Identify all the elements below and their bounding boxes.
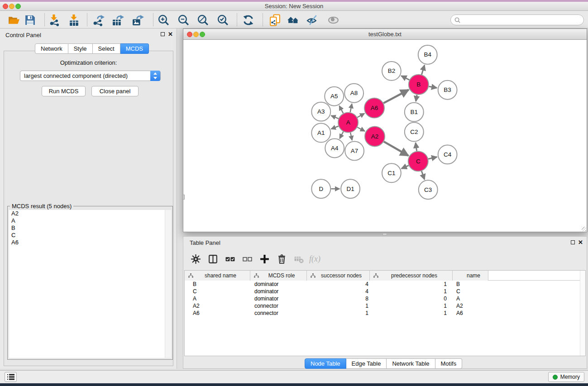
close-panel-button-mcds[interactable]: Close panel [91,86,139,96]
close-button[interactable] [3,4,8,9]
task-history-button[interactable] [5,372,17,382]
table-row-a[interactable]: Adominator80A [185,295,585,302]
column-header-successor-nodes[interactable]: successor nodes [307,271,370,281]
graph-edge-A-A3[interactable] [331,116,339,119]
close-panel-button[interactable]: ✕ [168,31,173,38]
float-panel-button[interactable] [571,240,575,244]
graph-edge-C-C4[interactable] [428,157,437,159]
close-panel-button[interactable]: ✕ [578,239,583,246]
column-header-predecessor-nodes[interactable]: predecessor nodes [370,271,453,281]
tab-select[interactable]: Select [93,43,120,54]
network-graph[interactable]: AA1A2A3A4A5A6A7A8BB1B2B3B4CC1C2C3C4DD1 [183,40,587,232]
toggle-panel-layout-button[interactable] [204,251,221,267]
tab-node-table[interactable]: Node Table [305,358,346,369]
graph-edge-A-A6[interactable] [357,114,364,118]
graph-edge-A-A7[interactable] [350,133,352,140]
control-panel: Control Panel ✕ NetworkStyleSelectMCDS O… [0,29,177,369]
import-network-button[interactable] [47,13,62,27]
column-header-name[interactable]: name [453,271,488,281]
zoom-window-button[interactable] [200,32,205,37]
export-image-button[interactable] [130,13,145,27]
apply-layout-button[interactable] [241,13,255,27]
home-button[interactable] [286,13,300,27]
tab-style[interactable]: Style [68,43,93,54]
graph-edge-B-B4[interactable] [421,65,424,75]
run-mcds-button[interactable]: Run MCDS [42,86,86,96]
zoom-window-button[interactable] [15,4,21,9]
column-header-shared-name[interactable]: shared name [185,271,250,281]
criterion-select[interactable]: largest connected component (directed) [20,71,161,81]
add-column-button[interactable] [256,251,273,267]
vertical-splitter-grip[interactable] [182,195,185,200]
close-button[interactable] [187,32,192,37]
mcds-result-item-a6[interactable]: A6 [9,239,165,246]
graph-edge-C-C1[interactable] [402,166,409,169]
graph-edge-C-C2[interactable] [416,143,417,151]
memory-button[interactable]: Memory [548,372,584,382]
graph-edge-A-A1[interactable] [331,126,339,129]
graph-edge-A-A4[interactable] [339,132,343,138]
tab-network-table[interactable]: Network Table [387,358,435,369]
table-row-a6[interactable]: A6connector11A6 [185,310,585,317]
table-cell: A [453,295,488,302]
float-panel-button[interactable] [161,32,165,36]
graph-edge-B-B3[interactable] [429,86,437,88]
search-icon [454,17,460,23]
mcds-list-scrollbar[interactable] [165,210,171,358]
show-hidden-button[interactable] [326,13,340,27]
table-scrollbar[interactable] [580,271,585,356]
mcds-result-list: A2ABCA6 [9,210,165,358]
save-session-button[interactable] [23,13,37,27]
minimize-button[interactable] [9,4,14,9]
deselect-all-button[interactable] [239,251,256,267]
mcds-result-item-a[interactable]: A [9,217,165,224]
hide-selected-button[interactable] [305,13,320,27]
search-field[interactable] [450,14,584,25]
horizontal-splitter-handle[interactable] [382,233,387,236]
table-row-a2[interactable]: A2connector11A2 [185,302,585,310]
zoom-in-button[interactable] [156,13,171,27]
graph-edge-A6-B[interactable] [383,90,408,103]
import-table-button[interactable] [67,13,81,27]
graph-node-label-B4: B4 [424,51,431,58]
mcds-result-item-a2[interactable]: A2 [9,210,165,217]
tab-motifs[interactable]: Motifs [435,358,463,369]
tab-edge-table[interactable]: Edge Table [346,358,387,369]
resize-grip[interactable] [582,227,586,231]
table-cell: 8 [307,295,370,302]
graph-edge-A-A2[interactable] [357,127,364,131]
minimize-button[interactable] [193,32,199,37]
new-network-from-selection-button[interactable] [268,13,282,27]
mcds-result-item-c[interactable]: C [9,232,165,239]
select-all-button[interactable] [221,251,239,267]
control-panel-tabs: NetworkStyleSelectMCDS [35,43,149,54]
graph-edge-C-C3[interactable] [421,171,424,180]
network-canvas[interactable]: AA1A2A3A4A5A6A7A8BB1B2B3B4CC1C2C3C4DD1 [183,40,587,232]
tab-network[interactable]: Network [35,43,68,54]
table-row-c[interactable]: Cdominator41C [185,288,585,295]
graph-node-label-B: B [416,81,421,88]
mcds-result-item-b[interactable]: B [9,224,165,232]
column-header-mcds-role[interactable]: MCDS role [250,271,307,281]
memory-status-dot [553,375,558,380]
table-cell: 1 [307,310,370,317]
table-settings-button[interactable] [187,251,204,267]
delete-column-button[interactable] [273,251,290,267]
graph-edge-A2-C[interactable] [384,142,408,156]
export-table-button[interactable] [110,13,125,27]
zoom-selected-button[interactable] [215,13,230,27]
network-window-titlebar[interactable]: testGlobe.txt [183,29,587,40]
tab-mcds[interactable]: MCDS [120,43,149,54]
graph-edge-B-B1[interactable] [416,95,417,101]
table-header-row: shared nameMCDS rolesuccessor nodesprede… [185,271,585,281]
table-row-b[interactable]: Bdominator41B [185,281,585,288]
graph-edge-A-A8[interactable] [350,104,352,112]
zoom-out-button[interactable] [176,13,191,27]
search-input[interactable] [463,17,583,23]
export-network-button[interactable] [91,13,106,27]
app-titlebar: Session: New Session [0,2,588,11]
graph-edge-B-B2[interactable] [401,76,409,80]
graph-edge-A-A5[interactable] [339,106,343,114]
open-session-button[interactable] [6,13,21,27]
zoom-fit-button[interactable] [196,13,210,27]
